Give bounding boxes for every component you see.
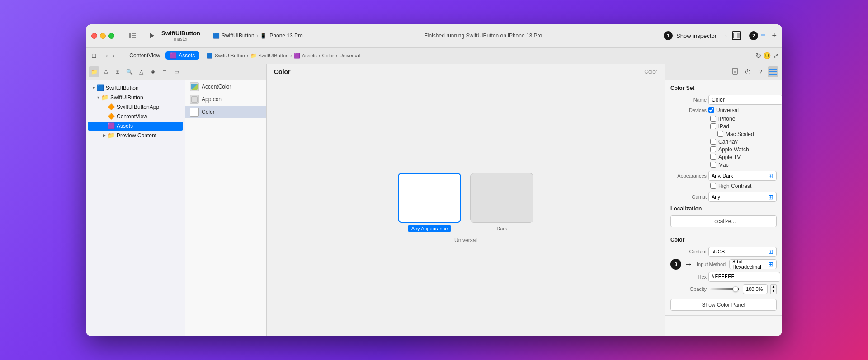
history-btn[interactable]: ⏱ <box>742 66 753 77</box>
color-set-title: Color Set <box>670 85 777 91</box>
swatch-dark-bg <box>470 173 533 223</box>
swatches-container: Any Appearance Dark Universal <box>398 173 533 243</box>
appearances-row: Appearances Any, Dark ⊞ <box>670 171 777 181</box>
sidebar-item-preview[interactable]: ▶ 📁 Preview Content <box>88 131 183 140</box>
localization-section: Localization Localize... <box>670 206 777 227</box>
sidebar-item-contentview[interactable]: 🔶 ContentView <box>88 112 183 121</box>
name-label: Name <box>670 97 707 103</box>
opacity-slider[interactable] <box>710 288 739 290</box>
breadcrumb-bar: 🟦 SwiftUIButton › 📱 iPhone 13 Pro <box>213 33 303 39</box>
minimize-button[interactable] <box>100 33 106 39</box>
refresh-button[interactable]: ↻ <box>755 51 761 60</box>
assets-list-panel: AccentColor AppIcon Color <box>185 64 267 336</box>
contentview-tab[interactable]: ContentView <box>126 51 164 60</box>
opacity-up[interactable]: ▲ <box>770 284 777 290</box>
canvas-area: Color Color Any Appearance <box>267 64 665 336</box>
maximize-button[interactable] <box>108 33 114 39</box>
carplay-checkbox[interactable] <box>710 139 716 145</box>
sidebar-item-assets[interactable]: 🟪 Assets <box>88 122 183 131</box>
input-method-row: 3 → Input Method 8-bit Hexadecimal ⊞ <box>670 259 777 270</box>
warning-icon-btn[interactable]: ⚠ <box>100 66 111 77</box>
high-contrast-row: High Contrast <box>670 183 777 189</box>
apple-tv-checkbox[interactable] <box>710 154 716 160</box>
assets-item-appicon[interactable]: AppIcon <box>185 93 266 106</box>
apple-watch-checkbox[interactable] <box>710 146 716 152</box>
ipad-checkbox[interactable] <box>710 123 716 129</box>
file-inspector-btn[interactable] <box>730 66 741 77</box>
close-button[interactable] <box>91 33 97 39</box>
breadcrumb-project[interactable]: SwiftUIButton <box>222 33 255 39</box>
swatch-any-appearance[interactable]: Any Appearance <box>398 173 461 232</box>
hex-label: Hex <box>670 274 707 280</box>
ipad-row: iPad <box>670 123 777 130</box>
add-button[interactable]: + <box>772 31 777 41</box>
canvas-toolbar-icons: ↻ 🙂 ⤢ <box>755 51 778 60</box>
titlebar: SwiftUIButton master 🟦 SwiftUIButton › 📱… <box>86 24 782 48</box>
swatch-any-bg <box>398 173 461 223</box>
svg-rect-2 <box>132 35 136 36</box>
breakpoint-icon-btn[interactable]: ◈ <box>147 66 158 77</box>
swatch-dark[interactable]: Dark <box>470 173 533 232</box>
opacity-input[interactable] <box>743 284 768 294</box>
annotation-arrow-3: → <box>684 259 693 269</box>
svg-rect-1 <box>132 33 136 34</box>
show-color-panel-button[interactable]: Show Color Panel <box>670 299 777 311</box>
quick-help-btn[interactable]: ? <box>755 66 766 77</box>
run-button[interactable] <box>145 29 158 42</box>
canvas-header: Color Color <box>267 64 665 80</box>
opacity-stepper[interactable]: ▲ ▼ <box>770 284 777 294</box>
svg-rect-6 <box>737 33 740 38</box>
panel-tabs-icon[interactable]: ≡ <box>761 31 766 41</box>
report-icon-btn[interactable]: ◻ <box>159 66 170 77</box>
view-toggle: ⊞ <box>90 51 99 60</box>
opacity-slider-thumb <box>733 286 738 292</box>
iphone-checkbox[interactable] <box>710 116 716 122</box>
grid-view-button[interactable]: ⊞ <box>90 51 99 60</box>
sidebar-toolbar: 📁 ⚠ ⊞ 🔍 △ ◈ ◻ ▭ <box>86 64 185 80</box>
sidebar-item-swiftuibutton-group[interactable]: ▾ 📁 SwiftUIButton <box>88 93 183 102</box>
name-input[interactable] <box>708 95 782 105</box>
diff-icon-btn[interactable]: ⊞ <box>112 66 123 77</box>
emoji-button[interactable]: 🙂 <box>763 52 771 59</box>
color-section: Color Content sRGB ⊞ 3 → Input Method <box>665 232 782 316</box>
localize-button[interactable]: Localize... <box>670 215 777 227</box>
devices-label: Devices <box>670 108 707 113</box>
assets-tab[interactable]: 🟪 Assets <box>165 51 199 60</box>
sidebar-toggle-button[interactable] <box>127 30 138 41</box>
debug-icon-btn[interactable]: ▭ <box>171 66 182 77</box>
fullscreen-button[interactable]: ⤢ <box>773 51 778 60</box>
assets-item-accentcolor[interactable]: AccentColor <box>185 80 266 93</box>
appearances-select[interactable]: Any, Dark ⊞ <box>708 171 777 181</box>
right-panel: ⏱ ? Color Set Name + Devices <box>665 64 782 336</box>
swatch-dark-label: Dark <box>493 225 510 232</box>
input-method-select[interactable]: 8-bit Hexadecimal ⊞ <box>729 259 777 269</box>
universal-checkbox[interactable] <box>708 107 714 113</box>
svg-rect-0 <box>129 33 131 38</box>
titlebar-right: 1 Show inspector → 2 ≡ + <box>664 31 777 41</box>
high-contrast-checkbox[interactable] <box>710 183 716 189</box>
appearances-label: Appearances <box>670 173 707 178</box>
annotation-badge-1: 1 <box>664 31 673 40</box>
mac-scaled-checkbox[interactable] <box>717 131 723 137</box>
iphone-row: iPhone <box>670 116 777 122</box>
sidebar-item-swiftuibutton-root[interactable]: ▾ 🟦 SwiftUIButton <box>88 84 183 93</box>
gamut-select[interactable]: Any ⊞ <box>708 192 777 202</box>
search-icon-btn[interactable]: 🔍 <box>124 66 135 77</box>
mac-checkbox[interactable] <box>710 162 716 168</box>
nav-back-button[interactable]: ‹ <box>104 51 110 60</box>
scm-icon-btn[interactable]: △ <box>136 66 146 77</box>
opacity-label: Opacity <box>670 286 707 292</box>
hex-input[interactable] <box>708 272 780 282</box>
inspector-icon[interactable] <box>732 31 741 40</box>
svg-marker-4 <box>150 33 154 38</box>
breadcrumb-target[interactable]: iPhone 13 Pro <box>269 33 303 39</box>
content-select[interactable]: sRGB ⊞ <box>708 247 777 257</box>
folder-icon-btn[interactable]: 📁 <box>89 66 99 77</box>
svg-rect-3 <box>132 37 136 38</box>
assets-item-color[interactable]: Color <box>185 106 266 118</box>
secondary-toolbar: ⊞ ‹ › ContentView 🟪 Assets 🟦 SwiftUIButt… <box>86 48 782 64</box>
nav-forward-button[interactable]: › <box>111 51 117 60</box>
sidebar-item-app[interactable]: 🔶 SwiftUIButtonApp <box>88 103 183 112</box>
opacity-down[interactable]: ▼ <box>770 289 777 294</box>
attributes-btn[interactable] <box>768 66 778 77</box>
